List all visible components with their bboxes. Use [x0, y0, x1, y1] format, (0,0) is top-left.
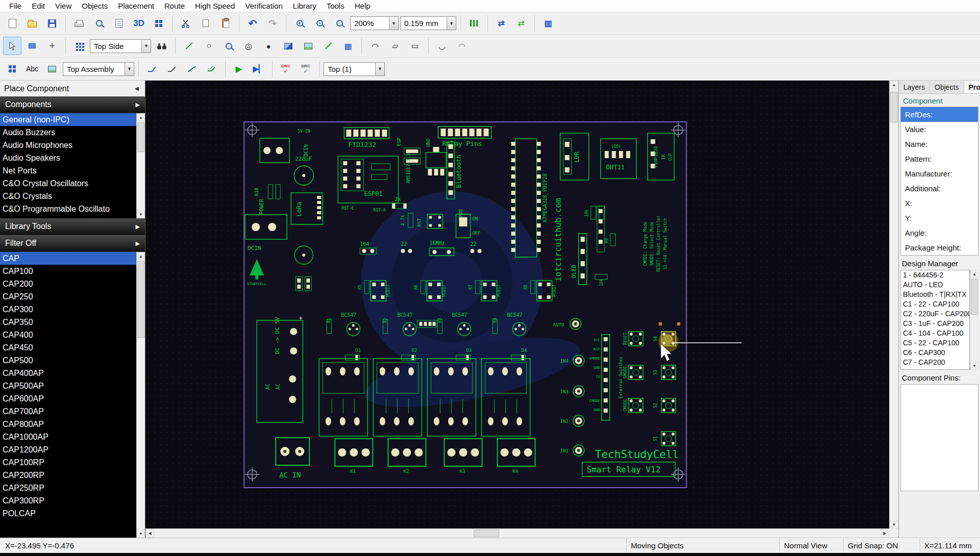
zoom-window-button[interactable]: ▫ [330, 14, 349, 33]
find-button[interactable] [153, 37, 171, 55]
component-item[interactable]: CAP1200AP [0, 443, 136, 456]
pcb-canvas[interactable]: FTDI232 5V-IN ESP UNO Relay Pins [145, 81, 898, 538]
menu-edit[interactable]: Edit [27, 1, 50, 11]
scroll-up-icon[interactable]: ▲ [890, 81, 898, 89]
components-section-header[interactable]: Components ▶ [0, 96, 145, 113]
next-error-button[interactable]: ▶▏ [250, 60, 268, 78]
line-tool[interactable] [180, 37, 198, 55]
pcb-layout-view[interactable]: FTDI232 5V-IN ESP UNO Relay Pins [145, 81, 889, 528]
scroll-down-icon[interactable]: ▼ [890, 520, 898, 528]
origin-button[interactable] [23, 37, 41, 55]
library-item[interactable]: C&O Crystal Oscillators [0, 177, 136, 190]
menu-file[interactable]: File [4, 1, 27, 11]
scroll-track[interactable] [137, 121, 145, 210]
property-y[interactable]: Y: [901, 211, 978, 225]
copy-button[interactable] [197, 14, 215, 33]
polygon-tool[interactable] [279, 37, 298, 55]
pattern-editor-button[interactable] [150, 14, 168, 33]
design-item[interactable]: C3 - 1uF - CAP200 [901, 319, 969, 328]
component-item[interactable]: CAP400 [0, 328, 136, 341]
run-verification-button[interactable]: ▶ [230, 60, 248, 78]
tab-properties[interactable]: Properties [964, 81, 980, 93]
property-package-height[interactable]: Package Height: [901, 240, 978, 255]
component-item[interactable]: CAP500 [0, 354, 136, 367]
menu-tools[interactable]: Tools [322, 1, 350, 11]
library-item[interactable]: C&O Crystals [0, 190, 136, 203]
scroll-left-icon[interactable]: ◀ [145, 529, 154, 538]
component-item[interactable]: CAP1000AP [0, 431, 136, 443]
route-track-tool[interactable] [143, 60, 161, 78]
library-item-selected[interactable]: General (non-IPC) [0, 113, 136, 126]
component-item[interactable]: CAP500AP [0, 380, 136, 392]
select-tool[interactable] [3, 37, 21, 55]
statistics-button[interactable] [465, 14, 483, 33]
component-item[interactable]: CAP250 [0, 290, 136, 303]
chevron-down-icon[interactable]: ▼ [447, 17, 456, 30]
component-item[interactable]: CAP700AP [0, 405, 136, 418]
chevron-down-icon[interactable]: ▼ [125, 63, 134, 75]
scroll-right-icon[interactable]: ▶ [880, 529, 889, 538]
menu-verification[interactable]: Verification [240, 1, 287, 11]
smooth-tool[interactable]: ◠ [453, 37, 471, 55]
menu-high-speed[interactable]: High Speed [190, 1, 240, 11]
design-item[interactable]: C1 - 22 - CAP100 [901, 299, 969, 309]
chevron-down-icon[interactable]: ▼ [389, 17, 398, 30]
scroll-track[interactable] [137, 260, 145, 529]
component-item[interactable]: CAP400AP [0, 367, 136, 380]
tab-objects[interactable]: Objects [930, 81, 964, 93]
library-item[interactable]: Net Ports [0, 164, 136, 177]
dimension-tool[interactable] [319, 37, 337, 55]
design-item[interactable]: C6 - CAP300 [901, 348, 969, 358]
status-grid-snap[interactable]: Grid Snap: ON [843, 538, 920, 553]
library-item[interactable]: Audio Speakers [0, 151, 136, 164]
menu-help[interactable]: Help [350, 1, 376, 11]
component-item[interactable]: CAP450 [0, 341, 136, 354]
route-free-tool[interactable] [183, 60, 201, 78]
print-button[interactable] [70, 14, 88, 33]
design-item[interactable]: C7 - CAP200 [901, 358, 969, 367]
library-item[interactable]: Audio Microphones [0, 139, 136, 151]
design-manager-scrollbar[interactable]: ▲ ▼ [970, 270, 978, 370]
scroll-down-icon[interactable]: ▼ [970, 362, 978, 370]
component-item[interactable]: POLCAP [0, 507, 136, 520]
side-select[interactable]: Top Side▼ [90, 39, 151, 53]
design-item[interactable]: C2 - 220uF - CAP200 [901, 309, 969, 319]
design-item[interactable]: 1 - 644456-2 [901, 270, 969, 280]
table-tool[interactable]: ▦ [339, 37, 357, 55]
library-item[interactable]: C&O Programmable Oscillato [0, 203, 136, 215]
property-refdes[interactable]: RefDes: [901, 107, 978, 122]
component-item[interactable]: CAP100 [0, 265, 136, 277]
canvas-vertical-scrollbar[interactable]: ▲ ▼ [889, 81, 898, 528]
scroll-track[interactable] [890, 89, 898, 520]
cut-button[interactable] [177, 14, 195, 33]
tab-layers[interactable]: Layers [899, 81, 930, 93]
component-item[interactable]: CAP600AP [0, 392, 136, 405]
shape-tool[interactable]: ▱ [386, 37, 404, 55]
component-item[interactable]: CAP300 [0, 303, 136, 316]
menu-objects[interactable]: Objects [77, 1, 113, 11]
scroll-up-icon[interactable]: ▲ [970, 270, 978, 278]
property-x[interactable]: X: [901, 196, 978, 211]
menu-library[interactable]: Library [288, 1, 322, 11]
grid-select[interactable]: 0.159 mm▼ [400, 16, 456, 30]
design-item[interactable]: Bluetooth - T|RX|TX [901, 290, 969, 299]
rect-tool[interactable]: ▭ [406, 37, 424, 55]
crosshair-button[interactable]: + [43, 37, 61, 55]
component-item-selected[interactable]: CAP [0, 252, 136, 265]
property-angle[interactable]: Angle: [901, 225, 978, 240]
scroll-up-icon[interactable]: ▲ [137, 113, 145, 121]
renew-layout-button[interactable]: ⇄ [512, 14, 530, 33]
zoom-out-button[interactable]: − [310, 14, 329, 33]
component-item[interactable]: CAP200 [0, 277, 136, 290]
menu-placement[interactable]: Placement [113, 1, 159, 11]
torus-tool[interactable]: ◎ [239, 37, 258, 55]
scroll-thumb[interactable] [137, 261, 144, 338]
component-item[interactable]: CAP800AP [0, 418, 136, 431]
chevron-down-icon[interactable]: ▼ [375, 63, 384, 75]
component-item[interactable]: CAP250RP [0, 482, 136, 494]
new-button[interactable] [3, 14, 21, 33]
component-item[interactable]: CAP100RP [0, 456, 136, 469]
component-item[interactable]: CAP300RP [0, 494, 136, 507]
pattern-button[interactable] [3, 60, 21, 78]
zoom-select[interactable]: 200%▼ [350, 16, 399, 30]
